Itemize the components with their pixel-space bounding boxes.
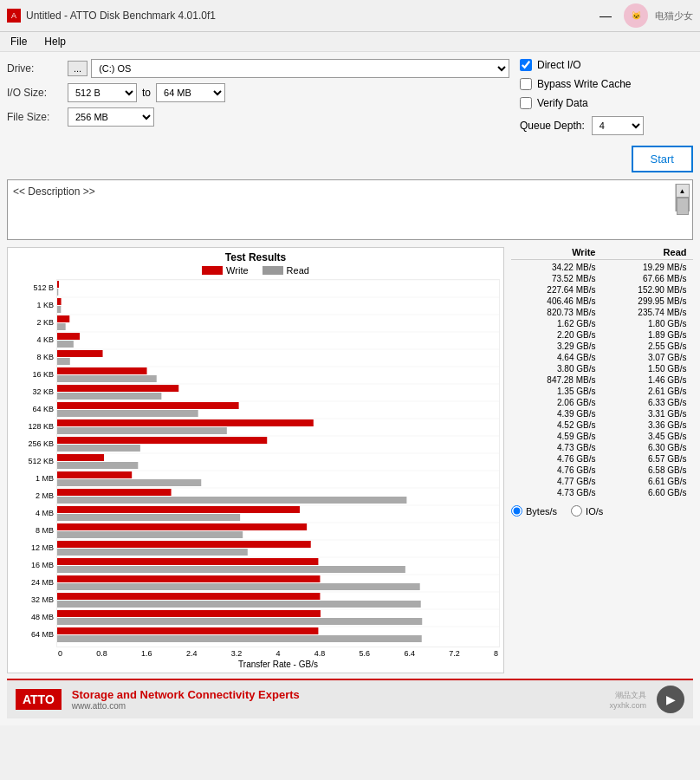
svg-rect-15 [57, 367, 147, 374]
svg-rect-40 [57, 514, 240, 521]
io-size-to-select[interactable]: 64 MB [156, 83, 225, 102]
footer-text-area: Storage and Network Connectivity Experts… [72, 688, 600, 711]
io-size-from-select[interactable]: 512 B [68, 83, 137, 102]
io-per-sec-option[interactable]: IO/s [571, 505, 603, 517]
write-value: 34.22 MB/s [518, 263, 596, 272]
x-axis-tick: 7.2 [449, 649, 460, 658]
table-row: 1.62 GB/s 1.80 GB/s [511, 318, 693, 329]
description-scrollbar[interactable]: ▲ ▼ [675, 184, 689, 211]
io-size-label: I/O Size: [7, 87, 68, 99]
read-value: 6.60 GB/s [609, 488, 687, 497]
x-axis-tick: 2.4 [186, 649, 198, 658]
svg-rect-34 [57, 479, 201, 486]
y-axis-label: 64 KB [11, 400, 56, 418]
read-value: 6.61 GB/s [609, 477, 687, 486]
read-value: 2.55 GB/s [609, 341, 687, 351]
drive-select[interactable]: (C:) OS [91, 59, 509, 78]
description-text: << Description >> [11, 184, 97, 199]
start-button[interactable]: Start [632, 146, 693, 172]
x-axis-tick: 5.6 [360, 649, 371, 658]
minimize-button[interactable]: — [594, 9, 617, 23]
direct-io-checkbox[interactable] [520, 59, 532, 71]
x-axis-tick: 3.2 [231, 649, 243, 658]
to-label: to [142, 87, 151, 99]
data-table-header: Write Read [511, 247, 693, 260]
read-value: 299.95 MB/s [609, 296, 687, 306]
read-color-box [262, 266, 283, 275]
svg-rect-1 [57, 289, 58, 296]
footer-main-text: Storage and Network Connectivity Experts [72, 688, 600, 701]
verify-data-label: Verify Data [537, 97, 588, 109]
read-value: 1.46 GB/s [609, 375, 687, 385]
io-radio[interactable] [571, 505, 582, 517]
svg-rect-54 [57, 593, 320, 600]
x-axis-tick: 1.6 [141, 649, 152, 658]
write-value: 406.46 MB/s [518, 296, 596, 306]
drive-label: Drive: [7, 62, 68, 75]
video-play-icon[interactable]: ▶ [657, 686, 684, 713]
bytes-per-sec-option[interactable]: Bytes/s [511, 505, 557, 517]
read-value: 1.80 GB/s [609, 319, 687, 328]
svg-rect-9 [57, 333, 80, 340]
description-box: << Description >> ▲ ▼ [7, 179, 693, 240]
menu-help[interactable]: Help [41, 34, 69, 49]
write-value: 227.64 MB/s [518, 285, 596, 295]
svg-rect-21 [57, 402, 239, 409]
y-axis-label: 48 MB [11, 608, 56, 626]
table-row: 3.29 GB/s 2.55 GB/s [511, 341, 693, 352]
write-header: Write [518, 247, 596, 257]
svg-rect-49 [57, 566, 405, 573]
bypass-write-cache-checkbox[interactable] [520, 78, 532, 90]
svg-rect-52 [57, 583, 420, 590]
read-value: 6.30 GB/s [609, 443, 687, 452]
file-size-label: File Size: [7, 111, 68, 123]
svg-rect-31 [57, 462, 138, 469]
write-value: 4.77 GB/s [518, 477, 596, 486]
atto-logo: ATTO [16, 689, 62, 710]
scroll-up-btn[interactable]: ▲ [676, 184, 690, 198]
table-row: 406.46 MB/s 299.95 MB/s [511, 296, 693, 307]
read-value: 19.29 MB/s [609, 263, 687, 272]
verify-data-checkbox[interactable] [520, 97, 532, 109]
write-value: 4.76 GB/s [518, 465, 596, 475]
svg-rect-55 [57, 601, 421, 608]
bytes-radio[interactable] [511, 505, 522, 517]
drive-browse-button[interactable]: ... [68, 61, 88, 76]
svg-rect-46 [57, 549, 248, 556]
table-row: 4.76 GB/s 6.58 GB/s [511, 465, 693, 476]
write-value: 1.62 GB/s [518, 319, 596, 328]
file-size-select[interactable]: 256 MB [68, 107, 154, 127]
y-axis-label: 2 KB [11, 314, 56, 331]
y-axis-label: 1 KB [11, 296, 56, 314]
y-axis-label: 8 KB [11, 348, 56, 366]
read-value: 152.90 MB/s [609, 285, 687, 295]
footer-sub-text: www.atto.com [72, 701, 600, 711]
units-section: Bytes/s IO/s [511, 505, 693, 517]
svg-rect-18 [57, 385, 178, 392]
app-icon: A [7, 9, 21, 23]
table-row: 4.73 GB/s 6.30 GB/s [511, 442, 693, 453]
write-value: 847.28 MB/s [518, 375, 596, 385]
svg-rect-0 [57, 281, 59, 288]
read-value: 3.31 GB/s [609, 409, 687, 419]
read-value: 6.57 GB/s [609, 454, 687, 464]
table-row: 4.59 GB/s 3.45 GB/s [511, 431, 693, 442]
table-row: 820.73 MB/s 235.74 MB/s [511, 307, 693, 318]
table-row: 227.64 MB/s 152.90 MB/s [511, 284, 693, 296]
scroll-thumb[interactable] [677, 198, 689, 215]
y-axis-label: 16 MB [11, 556, 56, 574]
x-axis-tick: 4.8 [314, 649, 326, 658]
read-value: 3.45 GB/s [609, 432, 687, 441]
svg-rect-37 [57, 497, 406, 504]
write-legend: Write [202, 265, 248, 276]
write-value: 3.80 GB/s [518, 364, 596, 374]
write-value: 2.06 GB/s [518, 398, 596, 407]
menu-file[interactable]: File [7, 34, 30, 49]
bypass-write-cache-label: Bypass Write Cache [537, 78, 632, 90]
footer-watermark: 潮品文具 xyxhk.com [609, 690, 646, 710]
read-value: 6.33 GB/s [609, 398, 687, 407]
footer-bar: ATTO Storage and Network Connectivity Ex… [7, 679, 693, 718]
queue-depth-select[interactable]: 4 [592, 116, 644, 135]
svg-rect-13 [57, 358, 70, 365]
svg-rect-45 [57, 541, 311, 548]
